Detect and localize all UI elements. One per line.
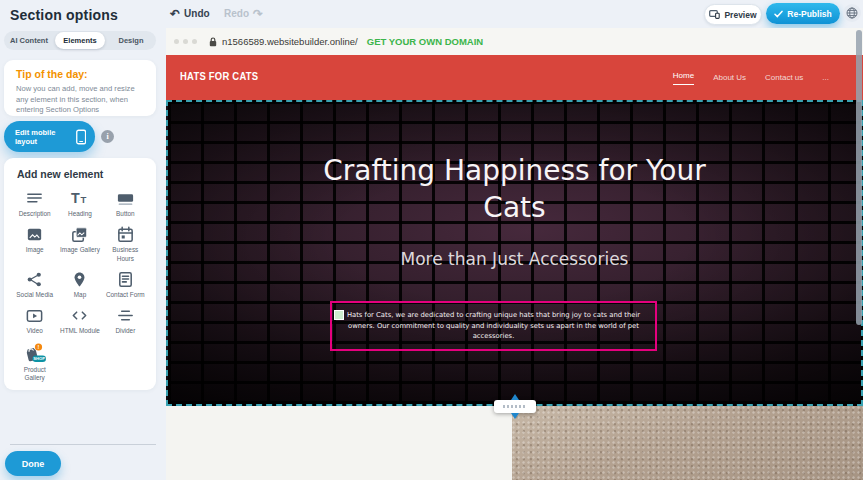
code-icon (70, 306, 89, 325)
element-grid: Description T T Heading Button Image (12, 189, 148, 382)
info-icon[interactable]: i (101, 130, 114, 143)
element-item-contact-form[interactable]: Contact Form (103, 270, 148, 299)
language-globe-button[interactable] (843, 4, 861, 22)
site-logo: HATS FOR CATS (180, 70, 258, 82)
contact-form-icon (116, 270, 135, 289)
element-item-button[interactable]: Button (103, 189, 148, 218)
redo-icon: ↷ (253, 9, 263, 19)
nav-home[interactable]: Home (673, 71, 694, 85)
lock-icon (209, 37, 217, 47)
element-item-video[interactable]: Video (12, 306, 57, 335)
heading-icon: T T (70, 189, 89, 208)
site-nav: Home About Us Contact us ... (673, 55, 829, 100)
nav-contact-us[interactable]: Contact us (765, 73, 803, 82)
button-icon (116, 189, 135, 208)
preview-scrollbar[interactable] (856, 30, 862, 325)
element-item-business-hours[interactable]: Business Hours (103, 225, 148, 263)
done-button[interactable]: Done (5, 451, 61, 476)
image-icon (25, 225, 44, 244)
hero-paragraph-text: Hats for Cats, we are dedicated to craft… (341, 310, 646, 342)
resize-grip-dots (503, 405, 527, 408)
svg-text:T: T (71, 190, 80, 206)
tab-ai-content[interactable]: AI Content (4, 31, 54, 50)
svg-text:T: T (81, 194, 87, 205)
undo-button[interactable]: ↶ Undo (170, 8, 210, 19)
site-url[interactable]: n1566589.websitebuilder.online/ (222, 36, 358, 47)
tab-elements[interactable]: Elements (55, 32, 105, 49)
get-domain-link[interactable]: GET YOUR OWN DOMAIN (367, 36, 483, 47)
text-lines-icon (25, 189, 44, 208)
element-item-description[interactable]: Description (12, 189, 57, 218)
image-gallery-icon (70, 225, 89, 244)
browser-dots (174, 39, 197, 44)
shopping-bag-icon: ! SHOP (23, 343, 47, 364)
tab-design[interactable]: Design (106, 31, 156, 50)
phone-icon (76, 129, 86, 145)
republish-button[interactable]: Re-Publish (766, 3, 840, 24)
browser-bar: n1566589.websitebuilder.online/ GET YOUR… (166, 28, 863, 55)
page-title: Section options (10, 7, 118, 23)
devices-icon (709, 10, 720, 19)
svg-text:SHOP: SHOP (33, 356, 45, 361)
element-item-image-gallery[interactable]: Image Gallery (57, 225, 102, 263)
redo-button[interactable]: Redo ↷ (224, 8, 263, 19)
nav-more-ellipsis[interactable]: ... (822, 73, 829, 82)
site-header: HATS FOR CATS Home About Us Contact us .… (166, 55, 863, 100)
add-element-title: Add new element (12, 168, 148, 180)
business-hours-icon (116, 225, 135, 244)
element-item-image[interactable]: Image (12, 225, 57, 263)
social-share-icon (25, 270, 44, 289)
element-item-product-gallery[interactable]: ! SHOP Product Gallery (12, 343, 57, 383)
edit-mobile-layout-button[interactable]: Edit mobile layout (4, 121, 95, 152)
preview-button[interactable]: Preview (704, 4, 762, 25)
element-item-html-module[interactable]: HTML Module (57, 306, 102, 335)
tip-title: Tip of the day: (16, 68, 144, 80)
carpet-image (512, 406, 863, 480)
element-item-social-media[interactable]: Social Media (12, 270, 57, 299)
undo-icon: ↶ (170, 9, 180, 19)
globe-icon (846, 7, 858, 19)
video-icon (25, 306, 44, 325)
check-icon (774, 10, 783, 18)
add-new-element-panel: Add new element Description T T Heading … (4, 158, 156, 390)
element-drag-handle[interactable] (334, 310, 344, 320)
element-item-heading[interactable]: T T Heading (57, 189, 102, 218)
nav-about-us[interactable]: About Us (713, 73, 746, 82)
element-item-map[interactable]: Map (57, 270, 102, 299)
element-item-divider[interactable]: Divider (103, 306, 148, 335)
sidebar-divider (10, 444, 156, 445)
hero-paragraph-element[interactable]: Hats for Cats, we are dedicated to craft… (330, 301, 657, 351)
resize-arrow-up-icon (511, 394, 519, 400)
resize-arrow-down-icon (511, 413, 519, 419)
hero-subheading[interactable]: More than Just Accessories (168, 249, 861, 269)
tip-body: Now you can add, move and resize any ele… (16, 84, 144, 116)
hero-heading[interactable]: Crafting Happiness for Your Cats (300, 152, 730, 226)
sidebar-tabbar: AI Content Elements Design (4, 31, 156, 50)
tip-of-the-day-card: Tip of the day: Now you can add, move an… (4, 60, 156, 116)
section-resize-handle[interactable] (494, 400, 536, 413)
svg-text:!: ! (37, 344, 39, 350)
divider-icon (116, 306, 135, 325)
map-pin-icon (70, 270, 89, 289)
hero-section-selected[interactable]: Crafting Happiness for Your Cats More th… (166, 100, 863, 406)
